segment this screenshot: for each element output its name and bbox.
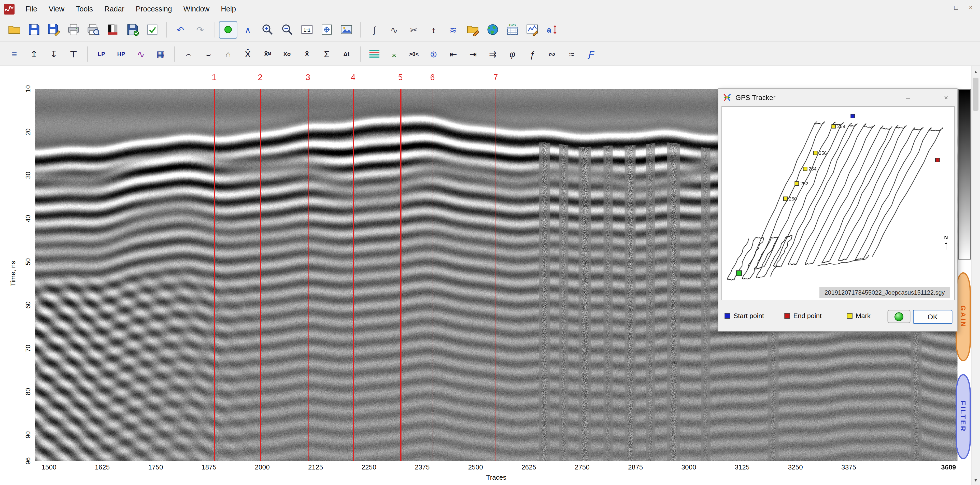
- time-zero-up-button[interactable]: ↥: [25, 45, 43, 63]
- spectrum-pick-button[interactable]: X̂: [239, 45, 257, 63]
- main-toolbar: ↶↷∧1:1ʃ∿✂↕≋GPSa: [0, 18, 980, 42]
- restore-button[interactable]: □: [950, 2, 963, 13]
- time-zero-down-button[interactable]: ↧: [45, 45, 63, 63]
- amplitude-colorbar[interactable]: [958, 89, 971, 259]
- print-button[interactable]: [64, 21, 83, 38]
- one-to-one-button[interactable]: 1:1: [298, 21, 316, 38]
- save-button[interactable]: [25, 21, 43, 38]
- resample-button[interactable]: ⇉: [484, 45, 502, 63]
- save-all-button[interactable]: [45, 21, 63, 38]
- print-preview-button[interactable]: [84, 21, 103, 38]
- phase-rotate-button[interactable]: ⊛: [425, 45, 443, 63]
- low-pass-filter-button[interactable]: LP: [92, 45, 111, 63]
- zoom-out-button[interactable]: [278, 21, 297, 38]
- section-marker-line[interactable]: [353, 89, 354, 461]
- band-filter-button[interactable]: ∿: [132, 45, 150, 63]
- time-zero-set-button[interactable]: ⊤: [64, 45, 83, 63]
- smooth-convex-button[interactable]: ⌣: [199, 45, 218, 63]
- mean-trace-button[interactable]: X̄: [298, 45, 316, 63]
- transform-a-button[interactable]: ∾: [543, 45, 562, 63]
- trace-align-icon: ≡: [12, 49, 17, 58]
- open-button[interactable]: [5, 21, 24, 38]
- vertical-scrollbar[interactable]: ▲ ▼: [971, 66, 980, 485]
- phase-phi-button[interactable]: φ: [503, 45, 522, 63]
- menu-window[interactable]: Window: [178, 5, 215, 13]
- app-icon[interactable]: [4, 3, 15, 14]
- gain-tab[interactable]: GAIN: [956, 272, 971, 361]
- polygon-select-button[interactable]: ⌂: [219, 45, 237, 63]
- menu-tools[interactable]: Tools: [70, 5, 99, 13]
- image-mode-button[interactable]: [337, 21, 356, 38]
- trace-flip-button[interactable]: ʃ: [365, 21, 384, 38]
- gps-tracker-button[interactable]: GPS: [503, 21, 522, 38]
- stack-sum-button[interactable]: Σ: [318, 45, 336, 63]
- section-marker-line[interactable]: [401, 89, 401, 461]
- zero-crossing-button[interactable]: >0<: [405, 45, 423, 63]
- save-section-button[interactable]: [123, 21, 142, 38]
- transform-b-button[interactable]: ≈: [562, 45, 581, 63]
- y-tick-label: 50: [24, 253, 32, 270]
- undo-button[interactable]: ↶: [171, 21, 190, 38]
- gps-maximize-button[interactable]: □: [917, 90, 937, 104]
- close-button[interactable]: ×: [964, 2, 977, 13]
- scroll-down-button[interactable]: ▼: [972, 475, 980, 485]
- edit-markers-button[interactable]: [464, 21, 482, 38]
- zoom-in-button[interactable]: [258, 21, 277, 38]
- gps-tracker-icon: [723, 93, 732, 102]
- mean-window-button[interactable]: X̄ᴹ: [258, 45, 277, 63]
- menu-help[interactable]: Help: [215, 5, 242, 13]
- gps-close-button[interactable]: ×: [937, 90, 956, 104]
- x-tick-label: 2250: [354, 463, 383, 471]
- section-marker-line[interactable]: [495, 89, 496, 461]
- hilbert-button[interactable]: Ƒ: [582, 45, 601, 63]
- scroll-thumb[interactable]: [973, 78, 979, 111]
- toolbar-separator: [214, 22, 215, 37]
- y-tick-label: 30: [24, 167, 32, 183]
- smooth-concave-button[interactable]: ⌢: [180, 45, 198, 63]
- palette-button[interactable]: [104, 21, 123, 38]
- smoothing-button[interactable]: ≋: [444, 21, 463, 38]
- font-size-button[interactable]: a: [543, 21, 562, 38]
- high-pass-filter-button[interactable]: HP: [112, 45, 130, 63]
- menu-view[interactable]: View: [43, 5, 70, 13]
- legend-swatch-icon: [847, 313, 853, 319]
- y-tick-label: 40: [24, 210, 32, 227]
- globe-button[interactable]: [484, 21, 502, 38]
- wiggle-view-button[interactable]: ∿: [385, 21, 404, 38]
- shift-right-button[interactable]: ⇥: [464, 45, 482, 63]
- background-removal-button[interactable]: [365, 45, 384, 63]
- mean-sigma-button[interactable]: Xσ: [278, 45, 297, 63]
- menu-radar[interactable]: Radar: [99, 5, 130, 13]
- gps-status-button[interactable]: [888, 310, 910, 323]
- cut-section-button[interactable]: ✂: [405, 21, 423, 38]
- scroll-up-button[interactable]: ▲: [972, 66, 980, 76]
- envelope-button[interactable]: ⌅: [385, 45, 404, 63]
- section-marker-line[interactable]: [308, 89, 309, 461]
- vertical-scale-button[interactable]: ↕: [425, 21, 443, 38]
- gps-track-canvas[interactable]: [722, 107, 955, 302]
- redo-button[interactable]: ↷: [191, 21, 210, 38]
- menu-processing[interactable]: Processing: [130, 5, 178, 13]
- process-check-button[interactable]: [143, 21, 162, 38]
- chart-edit-button[interactable]: [523, 21, 541, 38]
- gps-window-footer: Start pointEnd pointMark OK: [718, 300, 957, 331]
- section-marker-line[interactable]: [260, 89, 261, 461]
- delta-t-button[interactable]: Δt: [337, 45, 356, 63]
- trace-align-button[interactable]: ≡: [5, 45, 24, 63]
- peak-pick-button[interactable]: ∧: [239, 21, 257, 38]
- ok-button[interactable]: OK: [913, 310, 953, 324]
- toolbar-separator: [166, 22, 167, 37]
- fit-window-button[interactable]: [318, 21, 336, 38]
- section-marker-line[interactable]: [432, 89, 433, 461]
- delta-t-icon: Δt: [343, 51, 349, 57]
- minimize-button[interactable]: –: [935, 2, 948, 13]
- menu-file[interactable]: File: [20, 5, 43, 13]
- record-button[interactable]: [219, 21, 237, 38]
- filter-tab[interactable]: FILTER: [956, 374, 971, 459]
- gps-minimize-button[interactable]: –: [898, 90, 917, 104]
- shift-left-button[interactable]: ⇤: [444, 45, 463, 63]
- matrix-filter-button[interactable]: ▦: [151, 45, 170, 63]
- gps-window-titlebar[interactable]: GPS Tracker –□×: [718, 89, 957, 106]
- section-marker-line[interactable]: [214, 89, 215, 461]
- frequency-f-button[interactable]: ƒ: [523, 45, 541, 63]
